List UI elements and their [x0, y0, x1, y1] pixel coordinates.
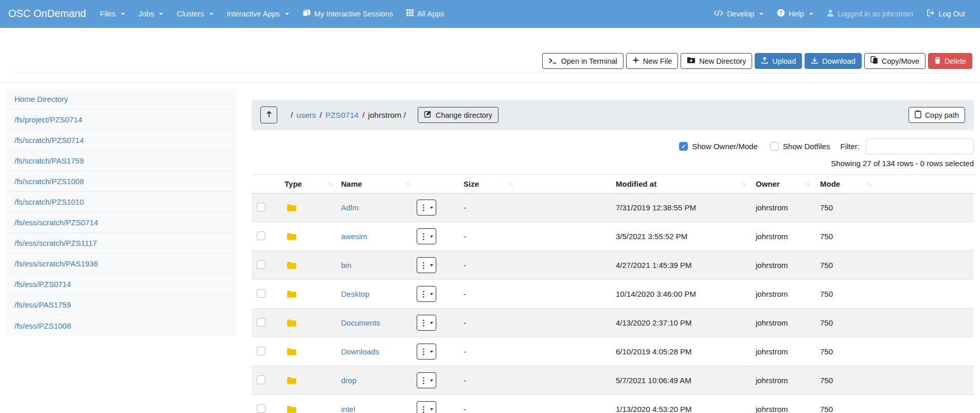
chevron-down-icon [430, 236, 433, 239]
filter-input[interactable] [866, 138, 974, 154]
row-checkbox[interactable] [257, 318, 265, 327]
sidebar-item[interactable]: /fs/ess/PZS1008 [6, 315, 237, 336]
sidebar-item[interactable]: /fs/scratch/PZS1010 [6, 192, 237, 212]
sidebar-item[interactable]: Home Directory [6, 89, 237, 110]
column-header-name[interactable]: Name [337, 175, 459, 193]
row-checkbox[interactable] [257, 289, 265, 298]
file-mode: 750 [816, 251, 974, 280]
file-size: - [459, 395, 612, 413]
copy-move-button[interactable]: Copy/Move [864, 53, 925, 69]
three-dots-icon [420, 376, 427, 385]
download-label: Download [822, 57, 856, 65]
row-checkbox[interactable] [257, 260, 265, 269]
row-actions-dropdown[interactable] [417, 257, 436, 273]
nav-my-interactive-sessions[interactable]: My Interactive Sessions [296, 0, 400, 28]
open-in-terminal-button[interactable]: Open in Terminal [542, 53, 623, 69]
upload-button[interactable]: Upload [755, 53, 802, 69]
nav-clusters-label: Clusters [176, 10, 204, 18]
sort-icon[interactable] [405, 180, 411, 187]
file-name-link[interactable]: Downloads [341, 347, 379, 356]
nav-clusters-menu[interactable]: Clusters [170, 0, 220, 28]
download-button[interactable]: Download [805, 53, 862, 69]
change-directory-button[interactable]: Change directory [418, 107, 498, 123]
column-header-modified-at[interactable]: Modified at [612, 175, 752, 193]
row-actions-dropdown[interactable] [417, 372, 436, 388]
nav-interactive-apps-menu[interactable]: Interactive Apps [220, 0, 296, 28]
chevron-down-icon [759, 13, 763, 17]
table-row: Downloads - 6/10/2019 4:05:28 PM johrstr… [252, 337, 974, 366]
row-checkbox[interactable] [257, 404, 265, 413]
new-file-button[interactable]: New File [626, 53, 678, 69]
sort-icon[interactable] [328, 180, 333, 187]
new-directory-button[interactable]: New Directory [681, 53, 752, 69]
nav-files-menu[interactable]: Files [93, 0, 132, 28]
file-name-link[interactable]: Desktop [341, 290, 369, 298]
column-header-owner[interactable]: Owner [752, 175, 816, 193]
file-size: - [459, 251, 612, 280]
navbar-menus: Files Jobs Clusters Interactive Apps My … [93, 0, 451, 28]
breadcrumb-link-project[interactable]: PZS0714 [326, 111, 359, 120]
file-name-link[interactable]: awesim [341, 232, 367, 241]
file-size: - [459, 280, 612, 309]
modified-at-header-label: Modified at [616, 179, 656, 188]
row-checkbox[interactable] [257, 375, 265, 384]
delete-button[interactable]: Delete [928, 53, 972, 69]
nav-jobs-menu[interactable]: Jobs [132, 0, 170, 28]
sidebar-item[interactable]: /fs/ess/scratch/PZS0714 [6, 212, 237, 233]
row-actions-dropdown[interactable] [417, 401, 436, 413]
file-size: - [459, 309, 612, 337]
file-modified-at: 4/27/2021 1:45:39 PM [612, 251, 752, 280]
row-actions-dropdown[interactable] [417, 344, 436, 360]
app-brand[interactable]: OSC OnDemand [8, 8, 86, 20]
sort-icon[interactable] [805, 180, 810, 187]
column-header-type[interactable]: Type [280, 175, 337, 193]
name-header-label: Name [341, 179, 362, 188]
rows-summary: Showing 27 of 134 rows - 0 rows selected [252, 159, 974, 168]
sidebar-item[interactable]: /fs/ess/scratch/PAS1936 [6, 254, 237, 274]
copy-icon [870, 56, 878, 66]
up-directory-button[interactable] [260, 106, 277, 123]
show-dotfiles-checkbox[interactable] [770, 142, 779, 151]
file-name-link[interactable]: Documents [341, 318, 380, 327]
nav-log-out[interactable]: Log Out [920, 0, 972, 28]
sort-icon[interactable] [740, 180, 746, 187]
file-name-link[interactable]: Adlm [341, 203, 359, 212]
file-name-link[interactable]: drop [341, 376, 357, 385]
row-checkbox[interactable] [257, 231, 265, 240]
breadcrumb-separator: / [291, 111, 293, 120]
nav-develop-menu[interactable]: Develop [707, 0, 770, 28]
nav-all-apps[interactable]: All Apps [400, 0, 451, 28]
sidebar-item[interactable]: /fs/scratch/PZS0714 [6, 130, 237, 151]
three-dots-icon [420, 405, 427, 413]
breadcrumb-link-users[interactable]: users [296, 111, 316, 120]
sidebar-item[interactable]: /fs/scratch/PZS1008 [6, 171, 237, 192]
copy-path-button[interactable]: Copy path [908, 107, 965, 123]
show-owner-mode-label: Show Owner/Mode [692, 142, 758, 151]
column-header-mode[interactable]: Mode [816, 175, 974, 193]
pencil-square-icon [424, 110, 432, 120]
row-actions-dropdown[interactable] [417, 315, 436, 331]
column-header-size[interactable]: Size [459, 175, 612, 193]
chevron-down-icon [430, 408, 433, 412]
sidebar-item[interactable]: /fs/ess/scratch/PZS1117 [6, 233, 237, 254]
row-checkbox[interactable] [257, 203, 265, 211]
file-mode: 750 [816, 337, 974, 366]
code-icon [714, 10, 723, 18]
sidebar-item[interactable]: /fs/scratch/PAS1759 [6, 151, 237, 171]
file-name-link[interactable]: bin [341, 261, 351, 270]
copy-move-label: Copy/Move [882, 57, 919, 65]
sidebar-item[interactable]: /fs/ess/PZS0714 [6, 274, 237, 295]
sidebar-item[interactable]: /fs/ess/PAS1759 [6, 295, 237, 315]
nav-help-menu[interactable]: ? Help [770, 0, 820, 28]
sort-icon[interactable] [508, 180, 513, 187]
row-checkbox[interactable] [257, 347, 265, 355]
row-actions-dropdown[interactable] [417, 228, 436, 244]
sort-icon[interactable] [866, 180, 871, 187]
row-actions-dropdown[interactable] [417, 200, 436, 216]
sidebar-item[interactable]: /fs/project/PZS0714 [6, 110, 237, 130]
file-modified-at: 10/14/2020 3:46:00 PM [612, 280, 752, 309]
row-actions-dropdown[interactable] [417, 286, 436, 302]
file-mode: 750 [816, 193, 974, 222]
show-owner-mode-checkbox[interactable] [679, 142, 688, 151]
file-name-link[interactable]: intel [341, 405, 355, 413]
